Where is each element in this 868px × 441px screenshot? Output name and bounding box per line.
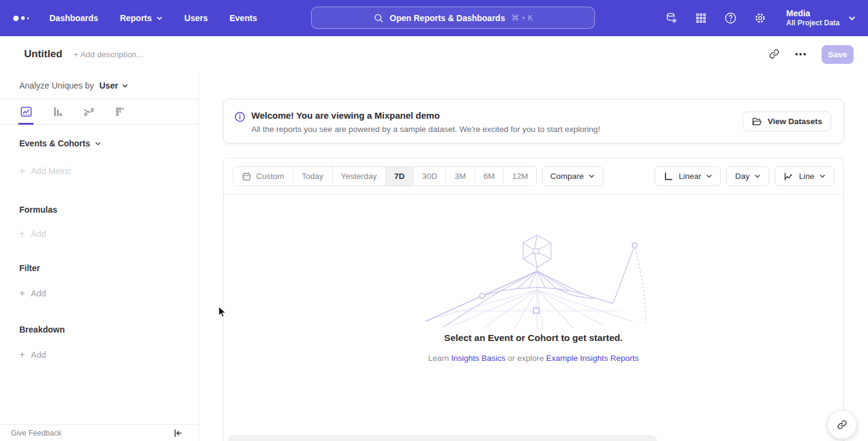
link-icon <box>837 419 848 430</box>
date-range-selector: Custom Today Yesterday 7D 30D 3M 6M 12M <box>233 166 537 186</box>
scale-label: Linear <box>679 172 702 181</box>
plus-icon: + <box>19 288 25 299</box>
nav-item-users[interactable]: Users <box>184 13 208 23</box>
tab-bar-chart[interactable] <box>49 99 65 124</box>
chevron-down-icon <box>588 173 595 180</box>
chevron-down-icon <box>95 140 101 147</box>
chart-type-dropdown[interactable]: Line <box>775 166 834 186</box>
add-metric-button[interactable]: + Add Metric <box>19 166 198 177</box>
interval-dropdown[interactable]: Day <box>726 166 769 186</box>
chevron-down-icon <box>706 173 712 180</box>
chevron-down-icon <box>819 173 826 180</box>
range-30d[interactable]: 30D <box>413 167 445 186</box>
view-datasets-button[interactable]: View Datasets <box>743 111 831 131</box>
hint-prefix: Learn <box>428 354 449 363</box>
folder-icon <box>752 116 762 127</box>
tab-flow[interactable] <box>81 99 96 124</box>
report-canvas: Welcome! You are viewing a Mixpanel demo… <box>199 72 868 441</box>
example-insights-reports-link[interactable]: Example Insights Reports <box>546 354 639 363</box>
data-management-icon[interactable] <box>664 11 678 25</box>
banner-subtitle: All the reports you see are powered by a… <box>251 125 600 134</box>
chevron-down-icon <box>122 83 128 89</box>
add-formula-button[interactable]: + Add <box>19 228 198 239</box>
report-header: Untitled + Add description... ••• Save <box>0 36 868 72</box>
breakdown-table-peek <box>228 435 657 441</box>
add-filter-label: Add <box>31 289 46 298</box>
project-switcher-labels: Media All Project Data <box>786 8 840 28</box>
chart-display-controls: Linear Day Line <box>655 166 834 186</box>
plus-icon: + <box>19 228 25 239</box>
copy-link-icon[interactable] <box>769 48 781 60</box>
chart-type-label: Line <box>799 172 814 181</box>
chart-controls-row: Custom Today Yesterday 7D 30D 3M 6M 12M … <box>224 158 843 195</box>
range-3m[interactable]: 3M <box>445 167 474 186</box>
add-description-field[interactable]: + Add description... <box>74 50 143 59</box>
report-title[interactable]: Untitled <box>24 48 62 60</box>
help-icon[interactable] <box>723 11 737 25</box>
hint-middle: or explore <box>508 354 544 363</box>
view-datasets-label: View Datasets <box>767 117 822 126</box>
more-options-icon[interactable]: ••• <box>795 48 807 60</box>
add-breakdown-label: Add <box>31 350 46 360</box>
share-link-fab[interactable] <box>828 410 857 439</box>
range-custom[interactable]: Custom <box>233 167 293 186</box>
tab-retention-grid[interactable] <box>112 99 128 124</box>
tab-insights-line-chart[interactable] <box>18 99 34 124</box>
logo-dot-large <box>13 16 19 21</box>
breakdown-title: Breakdown <box>19 325 198 334</box>
compare-dropdown[interactable]: Compare <box>542 166 604 186</box>
insights-chart-panel: Custom Today Yesterday 7D 30D 3M 6M 12M … <box>223 158 844 441</box>
formulas-title: Formulas <box>19 205 198 214</box>
line-chart-icon <box>783 171 794 182</box>
apps-grid-icon[interactable] <box>694 11 708 25</box>
demo-welcome-banner: Welcome! You are viewing a Mixpanel demo… <box>223 99 844 143</box>
collapse-sidebar-icon[interactable] <box>173 428 183 438</box>
empty-state-title: Select an Event or Cohort to get started… <box>224 333 843 343</box>
analyze-by-dropdown[interactable]: User <box>99 81 128 90</box>
project-switcher[interactable]: Media All Project Data <box>786 8 856 28</box>
chevron-down-icon <box>848 14 856 22</box>
range-custom-label: Custom <box>256 172 285 181</box>
top-nav-bar: Dashboards Reports Users Events Open Rep… <box>0 0 868 36</box>
add-formula-label: Add <box>31 229 46 239</box>
linear-axis-icon <box>663 171 674 182</box>
scale-dropdown[interactable]: Linear <box>655 166 722 186</box>
sidebar-footer: Give Feedback <box>0 424 198 441</box>
add-metric-label: Add Metric <box>31 166 71 176</box>
global-search-button[interactable]: Open Reports & Dashboards ⌘ + K <box>311 7 595 29</box>
save-button[interactable]: Save <box>822 45 854 64</box>
give-feedback-link[interactable]: Give Feedback <box>11 429 61 437</box>
settings-gear-icon[interactable] <box>753 11 767 25</box>
nav-item-events[interactable]: Events <box>230 13 257 23</box>
range-7d[interactable]: 7D <box>385 167 413 186</box>
events-cohorts-title: Events & Cohorts <box>19 139 90 148</box>
empty-state-hint: Learn Insights Basics or explore Example… <box>224 354 843 363</box>
nav-item-dashboards[interactable]: Dashboards <box>49 13 98 23</box>
logo-dot-small <box>27 17 29 19</box>
logo-dot-medium <box>21 16 25 20</box>
nav-item-reports[interactable]: Reports <box>120 13 163 23</box>
mixpanel-insights-app: Dashboards Reports Users Events Open Rep… <box>0 0 868 441</box>
empty-state: Select an Event or Cohort to get started… <box>224 231 843 363</box>
query-builder-sidebar: Analyze Uniques by User Events & Cohorts <box>0 72 199 441</box>
filter-section: Filter + Add <box>0 263 198 299</box>
range-12m[interactable]: 12M <box>503 167 536 186</box>
analyze-by-value: User <box>99 81 118 90</box>
report-actions: ••• Save <box>769 45 854 64</box>
mixpanel-logo[interactable] <box>13 16 29 21</box>
top-right-actions: Media All Project Data <box>664 0 856 36</box>
insights-basics-link[interactable]: Insights Basics <box>451 354 505 363</box>
range-today[interactable]: Today <box>293 167 332 186</box>
primary-nav: Dashboards Reports Users Events <box>49 13 257 23</box>
interval-label: Day <box>735 172 749 181</box>
add-breakdown-button[interactable]: + Add <box>19 349 198 360</box>
chevron-down-icon <box>754 173 761 180</box>
search-placeholder: Open Reports & Dashboards <box>390 13 505 23</box>
breakdown-section: Breakdown + Add <box>0 325 198 360</box>
events-cohorts-header[interactable]: Events & Cohorts <box>19 139 198 148</box>
search-shortcut-hint: ⌘ + K <box>511 13 533 22</box>
add-filter-button[interactable]: + Add <box>19 288 198 299</box>
plus-icon: + <box>19 166 25 177</box>
range-yesterday[interactable]: Yesterday <box>332 167 386 186</box>
range-6m[interactable]: 6M <box>474 167 503 186</box>
